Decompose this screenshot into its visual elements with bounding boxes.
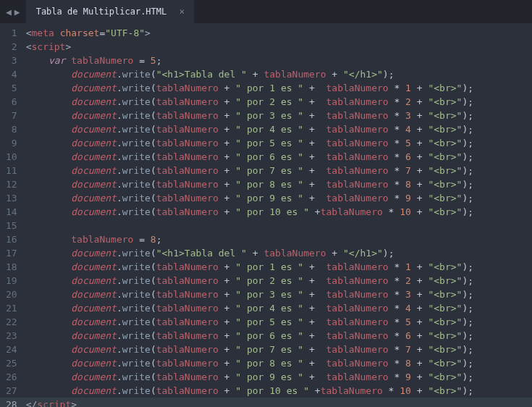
nav-back-icon[interactable]: ◀: [4, 7, 13, 17]
close-icon[interactable]: ×: [177, 7, 187, 17]
tab-title: Tabla de Multiplicar.HTML: [36, 7, 167, 17]
code-area[interactable]: <meta charset="UTF-8"><script> var tabla…: [26, 23, 532, 407]
tab-active[interactable]: Tabla de Multiplicar.HTML ×: [26, 0, 195, 23]
nav-arrows: ◀ ▶: [0, 7, 26, 17]
editor: 1234567891011121314151617181920212223242…: [0, 23, 532, 407]
nav-forward-icon[interactable]: ▶: [13, 7, 22, 17]
tab-bar: ◀ ▶ Tabla de Multiplicar.HTML ×: [0, 0, 532, 23]
line-gutter: 1234567891011121314151617181920212223242…: [0, 23, 26, 407]
